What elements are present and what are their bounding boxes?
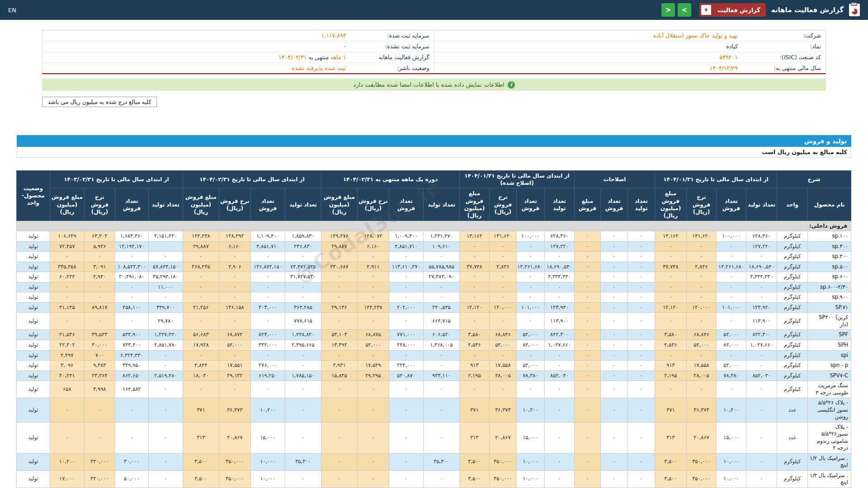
cell-value: ۱۳,۲۶۱,۶۸۰ bbox=[516, 262, 544, 272]
report-icon bbox=[849, 4, 860, 16]
cell-product-name: sp.۱۰۰ bbox=[808, 231, 851, 242]
cell-unit: کیلوگرم bbox=[777, 381, 807, 398]
cell-value: ۰ bbox=[183, 350, 219, 361]
cell-value: ۰ bbox=[516, 252, 544, 262]
cell-value: ۳,۹۹۸ bbox=[84, 381, 115, 398]
column-header: نرخ فروش (ریال) bbox=[84, 188, 115, 221]
table-row: sp.۴۰۰کیلوگرم۰۰۰۰۰۰۰۰۰۰۰۰۰۰۰۰۰۰۰۰۰۰۰تولی… bbox=[16, 252, 851, 262]
cell-value: ۰ bbox=[544, 361, 574, 371]
cell-value: ۰ bbox=[600, 398, 627, 422]
cell-value: ۰ bbox=[321, 272, 357, 282]
cell-value: ۱۰,۲۰۰ bbox=[50, 453, 84, 470]
cell-unit: کیلوگرم bbox=[777, 361, 807, 371]
report-type-button[interactable]: گزارش فعالیت ▼ bbox=[699, 3, 766, 17]
cell-value: ۲۰,۸۶۷ bbox=[489, 422, 516, 453]
cell-value: ۵۳,۱۰۳ bbox=[321, 330, 357, 340]
cell-status: تولید bbox=[16, 272, 50, 282]
cell-value: ۴۱,۲۵۶ bbox=[183, 302, 219, 313]
cell-value: ۰ bbox=[574, 371, 600, 381]
cell-value: ۱۰۰,۰۰۰ bbox=[516, 231, 544, 242]
cell-value: ۰ bbox=[516, 292, 544, 303]
cell-value: ۰ bbox=[285, 361, 321, 371]
cell-value: ۰ bbox=[183, 292, 219, 303]
info-value-part: ۱ ماهه bbox=[330, 54, 346, 61]
table-row: سنگ مرمریت طوسی درجه ۳کیلوگرم۰۰۰۰۰۰۰۰۰۰۰… bbox=[16, 381, 851, 398]
cell-value: ۲۹,۷۸۰ bbox=[148, 313, 183, 330]
cell-value: ۳,۵۸۰ bbox=[655, 330, 686, 340]
cell-value: ۰ bbox=[600, 361, 627, 371]
cell-value: ۰ bbox=[655, 313, 686, 330]
cell-value: ۳۳۵,۴۵۸ bbox=[50, 262, 84, 272]
language-toggle[interactable]: EN bbox=[8, 7, 16, 14]
cell-value: ۰ bbox=[746, 350, 777, 361]
cell-product-name: . سرامیک بال ۱/۲ اینچ bbox=[808, 453, 851, 470]
signed-data-text: اطلاعات نمایش داده شده با اطلاعات امضا ش… bbox=[353, 81, 504, 88]
column-header: تعداد فروش bbox=[115, 188, 148, 221]
cell-value: ۱۷,۵۵۸ bbox=[686, 361, 716, 371]
cell-value: ۰ bbox=[50, 422, 84, 453]
cell-value: ۱۰۹,۶۱۰ bbox=[423, 241, 459, 252]
company-info-left: گزارش فعالیت ماهانه۱ ماهه منتهی به ۱۴۰۴/… bbox=[42, 52, 434, 62]
prev-report-button[interactable]: < bbox=[661, 3, 675, 17]
table-row: spn - pکیلوگرم۰۵۲,۰۰۰۱۷,۵۵۸۹۱۳۰۰۰۰۵۲,۰۰۰… bbox=[16, 361, 851, 371]
cell-value: ۰ bbox=[357, 282, 389, 292]
cell-value: ۳۹,۵۲۳ bbox=[84, 330, 115, 340]
info-label: نماد: bbox=[740, 42, 826, 51]
cell-value: ۰ bbox=[600, 453, 627, 470]
cell-value: ۷۸,۳۸۰ bbox=[716, 371, 746, 381]
cell-value: ۰ bbox=[600, 470, 627, 488]
cell-value: ۰ bbox=[716, 350, 746, 361]
cell-value: ۰ bbox=[285, 282, 321, 292]
cell-value: ۰ bbox=[148, 350, 183, 361]
cell-value: ۰ bbox=[574, 330, 600, 340]
cell-value: ۳۵۰,۰۰۰ bbox=[489, 453, 516, 470]
cell-unit: کیلوگرم bbox=[777, 371, 807, 381]
cell-value: ۰ bbox=[357, 252, 389, 262]
column-header: تعداد تولید bbox=[746, 188, 777, 221]
cell-value: ۰ bbox=[655, 350, 686, 361]
cell-value: ۱۰۱,۰۰۰ bbox=[716, 302, 746, 313]
cell-value: ۱۳,۱۶۲ bbox=[459, 231, 489, 242]
cell-value: ۰ bbox=[250, 381, 285, 398]
column-header: تعداد فروش bbox=[516, 188, 544, 221]
cell-value: ۰ bbox=[574, 313, 600, 330]
cell-value: ۰ bbox=[600, 252, 627, 262]
column-header: تعداد فروش bbox=[716, 188, 746, 221]
cell-value: ۰ bbox=[544, 398, 574, 422]
cell-value: ۰ bbox=[489, 252, 516, 262]
cell-value: ۲,۹۴۰ bbox=[84, 272, 115, 282]
column-header: مبلغ فروش (میلیون ریال) bbox=[459, 188, 489, 221]
cell-value: ۵۴,۰۰۰ bbox=[489, 340, 516, 350]
cell-value: ۸۵۲,۰۴۰ bbox=[746, 371, 777, 381]
table-row: . سرامیک بال ۱/۴ اینچکیلوگرم۰۱۰,۰۰۰۳۵۰,۰… bbox=[16, 470, 851, 488]
top-bar: گزارش فعالیت ماهانه گزارش فعالیت ▼ > < E… bbox=[0, 0, 868, 20]
next-report-button[interactable]: > bbox=[678, 3, 691, 17]
cell-value: ۰ bbox=[544, 453, 574, 470]
cell-value: ۲۹,۸۸۷ bbox=[183, 241, 219, 252]
cell-value: ۵۷,۸۴۴,۱۵۰ bbox=[148, 262, 183, 272]
production-table-wrap: شرحاز ابتدای سال مالی تا تاریخ ۱۴۰۴/۰۱/۳… bbox=[17, 170, 851, 488]
cell-value: ۰ bbox=[115, 422, 148, 453]
info-value-text: ۱۴۰۴/۱۲/۲۹ bbox=[710, 65, 738, 71]
cell-value: ۰ bbox=[516, 272, 544, 282]
cell-value: ۰ bbox=[627, 350, 655, 361]
cell-value: ۰ bbox=[357, 313, 389, 330]
cell-value: ۳,۰۹۱ bbox=[84, 262, 115, 272]
cell-value: ۳۵,۳۰۰ bbox=[285, 453, 321, 470]
cell-value: ۵۲,۰۰۰ bbox=[716, 361, 746, 371]
cell-value: ۶۸,۸۴۶ bbox=[489, 330, 516, 340]
info-value-text: کباده bbox=[726, 43, 738, 50]
info-value-part: منتهی به bbox=[308, 54, 330, 61]
cell-value: ۶۸,۸۷۵ bbox=[357, 330, 389, 340]
cell-value: ۲,۸۴۶ bbox=[686, 262, 716, 272]
cell-value: ۰ bbox=[489, 381, 516, 398]
cell-value: ۱۸,۶۹۰,۵۴۰ bbox=[544, 262, 574, 272]
cell-value: ۰ bbox=[544, 350, 574, 361]
cell-value: ۱۰۰,۰۰۰ bbox=[716, 231, 746, 242]
cell-value: ۱۵,۸۴۵ bbox=[321, 371, 357, 381]
cell-value: ۳۷۱ bbox=[655, 398, 686, 422]
cell-value: ۰ bbox=[423, 292, 459, 303]
cell-value: ۸۲۳,۰۰۰ bbox=[250, 330, 285, 340]
cell-value: ۰ bbox=[459, 282, 489, 292]
cell-value: ۲,۹۰۶ bbox=[219, 262, 250, 272]
